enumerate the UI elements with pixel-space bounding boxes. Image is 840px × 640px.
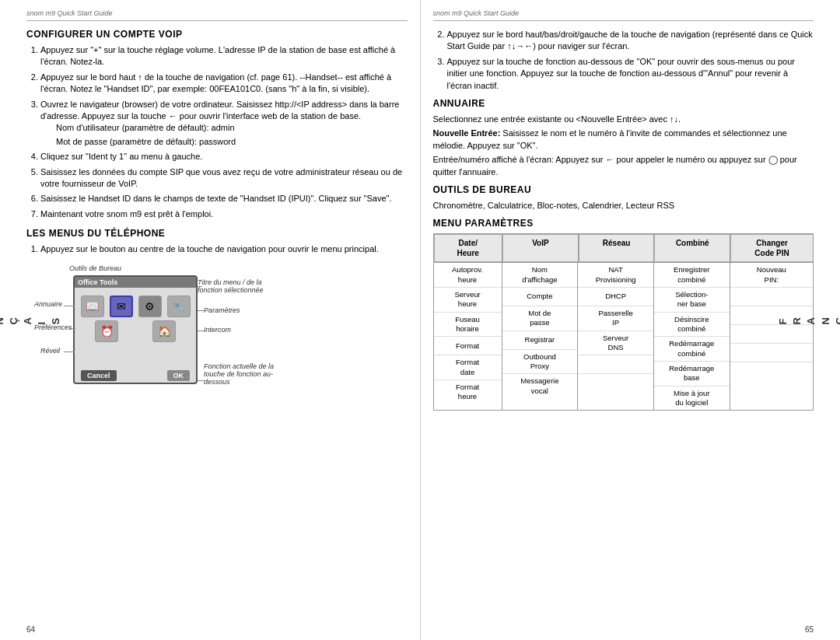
icon-gear: ⚙ xyxy=(138,296,162,317)
screen-icons: 📖 ✉ ⚙ 🔧 ⏰ 🏠 xyxy=(75,288,196,350)
icon-book: 📖 xyxy=(81,296,104,317)
left-side-tab: F R A N Ç A I S xyxy=(0,0,14,640)
voip-steps-list: Appuyez sur "+" sur la touche réglage vo… xyxy=(26,44,408,220)
cell-serveur-dns: ServeurDNS xyxy=(578,331,653,356)
cell-compte: Compte xyxy=(502,288,578,306)
cell-passerelle: PasserelleIP xyxy=(578,306,653,331)
cell-messagerie: Messagerievocal xyxy=(502,374,578,398)
cell-empty-p1 xyxy=(730,288,813,306)
cell-serveur-heure: Serveurheure xyxy=(434,288,502,313)
icon-home: 🏠 xyxy=(152,320,176,342)
phone-menu-diagram: Outils de Bureau Titre du menu / de lafo… xyxy=(34,261,408,405)
label-preferences: Préférences xyxy=(34,323,72,331)
right-page-footer: 65 xyxy=(805,625,814,634)
page-container: F R A N Ç A I S snom m9 Quick Start Guid… xyxy=(0,0,840,640)
menus-step-1: Appuyez sur le bouton au centre de la to… xyxy=(40,243,408,255)
label-outils: Outils de Bureau xyxy=(69,264,121,272)
menus-steps-list: Appuyez sur le bouton au centre de la to… xyxy=(26,243,408,255)
line-intercom xyxy=(198,330,205,331)
voip-step-4: Cliquez sur "Ident ty 1" au menu à gauch… xyxy=(40,151,408,163)
section-menus-title: Les menus du téléphone xyxy=(26,228,408,239)
col-header-reseau: Réseau xyxy=(579,234,655,262)
cell-selection-base: Sélection-ner base xyxy=(654,288,730,313)
section-voip-title: Configurer un compte VoIP xyxy=(26,29,408,40)
menu-parametres-table: Date/Heure VoIP Réseau Combiné ChangerCo… xyxy=(433,233,814,411)
voip-step-5: Saisissez les données du compte SIP que … xyxy=(40,166,408,191)
cell-empty-p5 xyxy=(730,362,813,381)
cell-fuseau: Fuseauhoraire xyxy=(434,313,502,337)
btn-ok[interactable]: OK xyxy=(167,370,191,381)
nav-step-3: Appuyez sur la touche de fonction au-des… xyxy=(447,56,814,92)
btn-cancel[interactable]: Cancel xyxy=(81,370,117,381)
right-column: snom m9 Quick Start Guide Appuyez sur le… xyxy=(421,0,827,640)
voip-step-6: Saisissez le Handset ID dans le champs d… xyxy=(40,193,408,205)
line-reveil xyxy=(64,351,75,352)
cell-enregistrer: Enregistrercombiné xyxy=(654,263,730,288)
nav-steps-list: Appuyez sur le bord haut/bas/droit/gauch… xyxy=(433,29,814,92)
cell-outbound: OutboundProxy xyxy=(502,350,578,375)
line-parametres xyxy=(198,310,205,311)
cell-autoprov: Autoprov.heure xyxy=(434,263,502,288)
col-combine: Enregistrercombiné Sélection-ner base Dé… xyxy=(654,263,730,410)
label-titre: Titre du menu / de lafonction sélectionn… xyxy=(198,278,306,294)
icon-wrench: 🔧 xyxy=(167,296,191,317)
line-fonction xyxy=(198,380,205,381)
icon-envelope: ✉ xyxy=(110,296,133,317)
cell-redemarrage-combine: Redémarragecombiné xyxy=(654,337,730,362)
col-header-combine: Combiné xyxy=(654,234,730,262)
voip-step-7: Maintenant votre snom m9 est prêt à l'em… xyxy=(40,208,408,220)
label-annuaire: Annuaire xyxy=(34,300,62,308)
screen-title: Office Tools xyxy=(75,277,196,288)
col-changer: NouveauPIN: xyxy=(730,263,813,410)
cell-mot-de-passe: Mot depasse xyxy=(502,306,578,331)
col-header-changer: ChangerCode PIN xyxy=(730,234,813,262)
annuaire-text2: Nouvelle Entrée: Saisissez le nom et le … xyxy=(433,128,814,152)
left-column: snom m9 Quick Start Guide Configurer un … xyxy=(14,0,421,640)
menu-table-header: Date/Heure VoIP Réseau Combiné ChangerCo… xyxy=(434,234,814,263)
cell-empty-r1 xyxy=(578,355,653,374)
cell-nom-affichage: Nomd'affichage xyxy=(502,263,578,288)
left-page-header: snom m9 Quick Start Guide xyxy=(26,9,408,21)
voip-step-3: Ouvrez le navigateur (browser) de votre … xyxy=(40,99,408,149)
right-side-tab: F R A N Ç A I S xyxy=(826,0,840,640)
cell-nat-provisioning: NATProvisioning xyxy=(578,263,653,288)
section-menu-parametres-title: Menu Paramètres xyxy=(433,218,814,229)
cell-format-date: Formatdate xyxy=(434,355,502,380)
cell-dhcp: DHCP xyxy=(578,288,653,306)
col-reseau: NATProvisioning DHCP PasserelleIP Serveu… xyxy=(578,263,654,410)
col-header-date: Date/Heure xyxy=(434,234,503,262)
login-info: Nom d'utilisateur (paramètre de défault)… xyxy=(40,122,408,148)
cell-empty-p3 xyxy=(730,325,813,344)
label-reveil: Réveil xyxy=(40,347,60,355)
outils-text: Chronomètre, Calculatrice, Bloc-notes, C… xyxy=(433,200,814,212)
voip-step-2: Appuyez sur le bord haut ↑ de la touche … xyxy=(40,72,408,96)
cell-empty-p4 xyxy=(730,344,813,362)
right-page-header: snom m9 Quick Start Guide xyxy=(433,9,814,21)
col-header-voip: VoIP xyxy=(502,234,579,262)
label-fonction: Fonction actuelle de latouche de fonctio… xyxy=(204,362,305,386)
cell-empty-r2 xyxy=(578,374,653,393)
left-page-footer: 64 xyxy=(26,625,35,634)
cell-format-heure: Formatheure xyxy=(434,380,502,404)
label-parametres: Paramètres xyxy=(204,306,240,314)
annuaire-text3: Entrée/numéro affiché à l'écran: Appuyez… xyxy=(433,154,814,178)
line-preferences xyxy=(69,328,75,329)
right-tab-text: F R A N Ç A I S xyxy=(776,315,840,324)
section-annuaire-title: Annuaire xyxy=(433,98,814,109)
cell-nouveau-pin: NouveauPIN: xyxy=(730,263,813,288)
line-annuaire xyxy=(64,306,75,306)
cell-desinscrire: Désinscirecombiné xyxy=(654,313,730,337)
voip-step-1: Appuyez sur "+" sur la touche réglage vo… xyxy=(40,44,408,68)
phone-bottom-bar: Cancel OK xyxy=(75,369,196,383)
nav-step-2: Appuyez sur le bord haut/bas/droit/gauch… xyxy=(447,29,814,53)
phone-screen: Office Tools 📖 ✉ ⚙ 🔧 ⏰ 🏠 Cancel OK xyxy=(73,275,198,384)
label-intercom: Intercom xyxy=(204,326,231,334)
section-outils-title: Outils de bureau xyxy=(433,184,814,195)
cell-mise-a-jour: Mise à jourdu logiciel xyxy=(654,386,730,411)
cell-redemarrage-base: Redémarragebase xyxy=(654,362,730,386)
col-voip: Nomd'affichage Compte Mot depasse Regist… xyxy=(502,263,579,410)
col-date: Autoprov.heure Serveurheure Fuseauhorair… xyxy=(434,263,502,410)
cell-format: Format xyxy=(434,337,502,355)
annuaire-text1: Selectionnez une entrée existante ou <No… xyxy=(433,114,814,125)
menu-table-body: Autoprov.heure Serveurheure Fuseauhorair… xyxy=(434,263,814,410)
